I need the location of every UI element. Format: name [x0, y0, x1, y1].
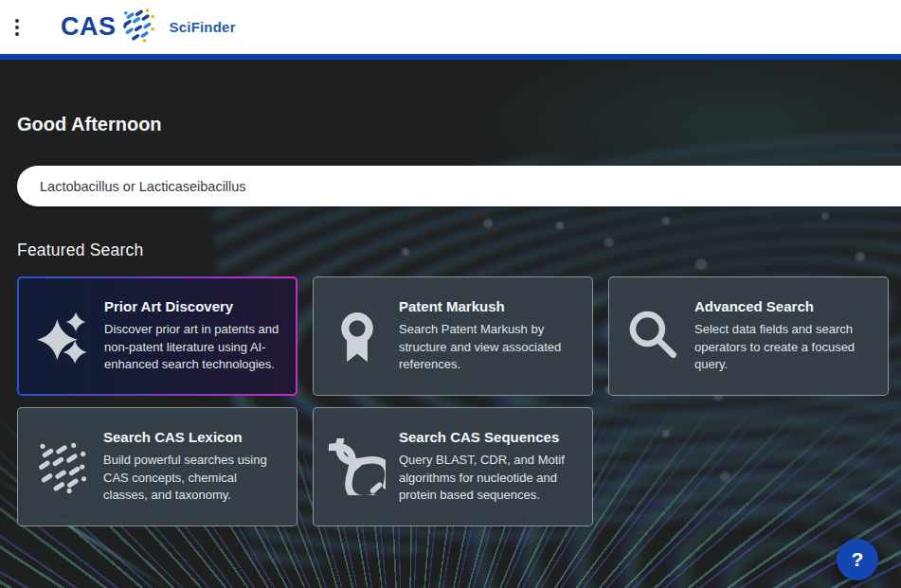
search-bar — [17, 166, 901, 206]
ribbon-icon — [327, 309, 387, 364]
card-description: Discover prior art in patents and non-pa… — [104, 321, 282, 373]
card-description: Select data fields and search operators … — [694, 321, 874, 373]
card-title: Patent Markush — [399, 298, 579, 314]
sparkles-icon — [32, 308, 93, 365]
dna-icon — [327, 438, 387, 495]
hex-dots-icon — [31, 439, 92, 494]
question-mark-icon: ? — [852, 548, 864, 571]
app-header: CAS — [0, 0, 901, 54]
card-advanced-search[interactable]: Advanced Search Select data fields and s… — [608, 276, 889, 396]
card-description: Build powerful searches using CAS concep… — [103, 452, 283, 504]
card-title: Advanced Search — [694, 298, 874, 314]
greeting-heading: Good Afternoon — [17, 114, 162, 135]
card-prior-art-discovery[interactable]: Prior Art Discovery Discover prior art i… — [17, 276, 297, 396]
featured-search-heading: Featured Search — [17, 241, 143, 260]
card-title: Search CAS Sequences — [399, 429, 579, 445]
card-patent-markush[interactable]: Patent Markush Search Patent Markush by … — [313, 276, 593, 396]
magnifier-icon — [622, 308, 683, 365]
header-accent-bar — [0, 54, 901, 60]
featured-cards-grid: Prior Art Discovery Discover prior art i… — [17, 276, 889, 526]
scifinder-home-page: CAS — [0, 0, 901, 588]
cas-logo-mark-icon — [122, 8, 154, 47]
help-button[interactable]: ? — [837, 539, 878, 580]
card-title: Search CAS Lexicon — [103, 429, 283, 445]
background-bokeh-dots — [0, 60, 6, 65]
scifinder-wordmark: SciFinder — [170, 19, 236, 35]
card-title: Prior Art Discovery — [104, 298, 282, 314]
card-search-cas-lexicon[interactable]: Search CAS Lexicon Build powerful search… — [17, 407, 297, 526]
card-search-cas-sequences[interactable]: Search CAS Sequences Query BLAST, CDR, a… — [313, 407, 593, 526]
kebab-menu-button[interactable] — [9, 15, 25, 40]
card-description: Query BLAST, CDR, and Motif algorithms f… — [399, 452, 579, 504]
cas-scifinder-logo[interactable]: CAS — [61, 0, 236, 54]
cas-wordmark: CAS — [61, 14, 117, 40]
search-input[interactable] — [17, 166, 901, 206]
card-description: Search Patent Markush by structure and v… — [399, 321, 579, 373]
